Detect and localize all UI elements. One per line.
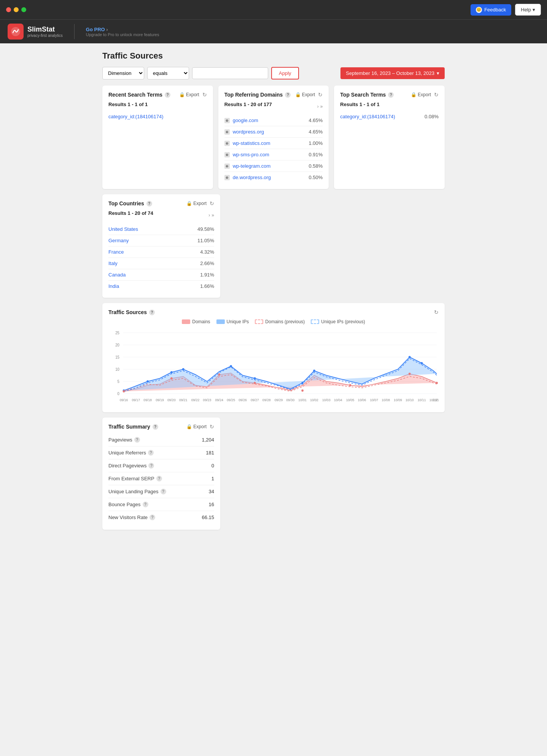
domain-value: 0.50%: [308, 175, 323, 180]
domain-link[interactable]: wp-statistics.com: [233, 140, 270, 146]
apply-button[interactable]: Apply: [271, 67, 299, 79]
country-link[interactable]: Italy: [108, 260, 118, 266]
lock-icon: 🔒: [186, 201, 192, 206]
top-countries-refresh-icon[interactable]: ↻: [210, 200, 214, 206]
domain-link[interactable]: google.com: [233, 118, 258, 123]
top-countries-export[interactable]: 🔒 Export: [186, 201, 207, 206]
top-referring-domains-export[interactable]: 🔒 Export: [295, 92, 315, 97]
traffic-sources-help-icon[interactable]: ?: [149, 310, 155, 315]
close-button[interactable]: [6, 7, 11, 12]
filter-bar: Dimension equals Apply September 16, 202…: [102, 67, 445, 79]
data-point: [301, 382, 304, 384]
domain-icon: ⊕: [224, 118, 230, 123]
summary-row-bounce-pages: Bounce Pages ? 16: [108, 498, 214, 511]
summary-row-direct-pageviews: Direct Pageviews ? 0: [108, 459, 214, 472]
pageviews-value: 1,204: [202, 437, 214, 443]
data-point: [123, 390, 125, 392]
external-serp-value: 1: [211, 476, 214, 481]
list-item: ⊕ wp-telegram.com 0.58%: [224, 160, 323, 172]
traffic-summary-list: Pageviews ? 1,204 Unique Referrers ? 181…: [108, 434, 214, 524]
data-point: [436, 382, 438, 384]
new-visitors-rate-help-icon[interactable]: ?: [149, 515, 155, 520]
svg-text:09/16: 09/16: [120, 398, 128, 402]
svg-text:10/09: 10/09: [394, 398, 402, 402]
external-serp-help-icon[interactable]: ?: [156, 476, 162, 481]
help-button[interactable]: Help ▾: [515, 4, 541, 16]
landing-pages-help-icon[interactable]: ?: [161, 489, 166, 494]
unique-referrers-help-icon[interactable]: ?: [148, 450, 154, 456]
dimension-select[interactable]: Dimension: [102, 67, 144, 79]
lock-icon: 🔒: [179, 92, 185, 97]
search-term-link[interactable]: category_id:(184106174): [108, 114, 164, 119]
traffic-sources-chart-refresh-icon[interactable]: ↻: [434, 309, 439, 315]
traffic-sources-chart-panel: Traffic Sources ? ↻ Domains Unique IPs D…: [102, 303, 445, 412]
traffic-summary-help-icon[interactable]: ?: [153, 424, 158, 430]
list-item: ⊕ wp-sms-pro.com 0.91%: [224, 149, 323, 160]
domain-icon: ⊕: [224, 175, 230, 180]
filter-value-input[interactable]: [192, 67, 268, 79]
top-search-terms-help-icon[interactable]: ?: [388, 92, 394, 98]
top-referring-domains-refresh-icon[interactable]: ↻: [318, 92, 323, 98]
top-countries-list: United States 49.58% Germany 11.05% Fran…: [108, 224, 214, 292]
top-countries-help-icon[interactable]: ?: [146, 201, 152, 206]
svg-text:10: 10: [115, 367, 119, 372]
domain-link[interactable]: de.wordpress.org: [233, 175, 271, 180]
go-pro-area: Go PRO › Upgrade to Pro to unlock more f…: [86, 27, 159, 37]
legend-unique-ips-previous-label: Unique IPs (previous): [321, 319, 365, 324]
pageviews-help-icon[interactable]: ?: [134, 437, 140, 443]
go-pro-link[interactable]: Go PRO: [86, 27, 105, 32]
date-range-button[interactable]: September 16, 2023 – October 13, 2023 ▾: [340, 67, 445, 79]
top-search-terms-export[interactable]: 🔒 Export: [411, 92, 431, 97]
top-countries-title: Top Countries ?: [108, 200, 152, 206]
bounce-pages-help-icon[interactable]: ?: [143, 502, 148, 507]
minimize-button[interactable]: [14, 7, 19, 12]
svg-text:25: 25: [115, 331, 119, 335]
country-link[interactable]: Germany: [108, 238, 129, 243]
country-value: 1.91%: [200, 272, 214, 278]
tagline: privacy-first analytics: [27, 33, 63, 38]
svg-text:09/28: 09/28: [262, 398, 271, 402]
summary-row-external-serp: From External SERP ? 1: [108, 472, 214, 485]
recent-search-terms-refresh-icon[interactable]: ↻: [202, 92, 207, 98]
domain-link[interactable]: wp-sms-pro.com: [233, 152, 269, 157]
legend-domains-previous-swatch: [255, 319, 263, 324]
top-search-terms-refresh-icon[interactable]: ↻: [434, 92, 439, 98]
equals-select[interactable]: equals: [147, 67, 189, 79]
country-link[interactable]: France: [108, 249, 124, 255]
recent-search-terms-help-icon[interactable]: ?: [165, 92, 170, 98]
svg-text:15: 15: [115, 355, 119, 359]
domain-link[interactable]: wordpress.org: [233, 129, 264, 135]
legend-unique-ips-previous-swatch: [311, 319, 319, 324]
window-chrome: Feedback Help ▾: [0, 0, 547, 19]
data-point: [313, 370, 315, 372]
data-point: [230, 365, 232, 367]
top-search-terms-panel: Top Search Terms ? 🔒 Export ↻ Results 1 …: [334, 86, 445, 189]
domain-link[interactable]: wp-telegram.com: [233, 163, 271, 169]
landing-pages-value: 34: [209, 489, 214, 494]
maximize-button[interactable]: [21, 7, 26, 12]
brand-name: SlimStat: [27, 25, 63, 33]
top-referring-domains-help-icon[interactable]: ?: [285, 92, 291, 98]
prev-arrow[interactable]: ›: [208, 213, 210, 218]
traffic-sources-svg: 0 5 10 15 20 25: [108, 329, 439, 405]
country-link[interactable]: India: [108, 283, 119, 289]
svg-text:09/26: 09/26: [239, 398, 247, 402]
list-item: ⊕ de.wordpress.org 0.50%: [224, 172, 323, 183]
next-arrow[interactable]: »: [211, 213, 214, 218]
top-search-terms-actions: 🔒 Export ↻: [411, 92, 439, 98]
list-item: category_id:(184106174): [108, 111, 207, 122]
feedback-button[interactable]: Feedback: [471, 4, 511, 16]
main-content: Traffic Sources Dimension equals Apply S…: [95, 43, 452, 537]
svg-text:09/19: 09/19: [156, 398, 164, 402]
search-term-link[interactable]: category_id:(184106174): [340, 114, 395, 119]
country-link[interactable]: Canada: [108, 272, 126, 278]
traffic-summary-refresh-icon[interactable]: ↻: [210, 424, 214, 430]
prev-arrow[interactable]: ›: [317, 104, 319, 109]
traffic-summary-export[interactable]: 🔒 Export: [186, 424, 207, 429]
recent-search-terms-title: Recent Search Terms ?: [108, 92, 170, 98]
next-arrow[interactable]: »: [320, 104, 323, 109]
recent-search-terms-export[interactable]: 🔒 Export: [179, 92, 199, 97]
list-item: India 1.66%: [108, 281, 214, 292]
country-link[interactable]: United States: [108, 226, 138, 232]
direct-pageviews-help-icon[interactable]: ?: [148, 463, 154, 469]
